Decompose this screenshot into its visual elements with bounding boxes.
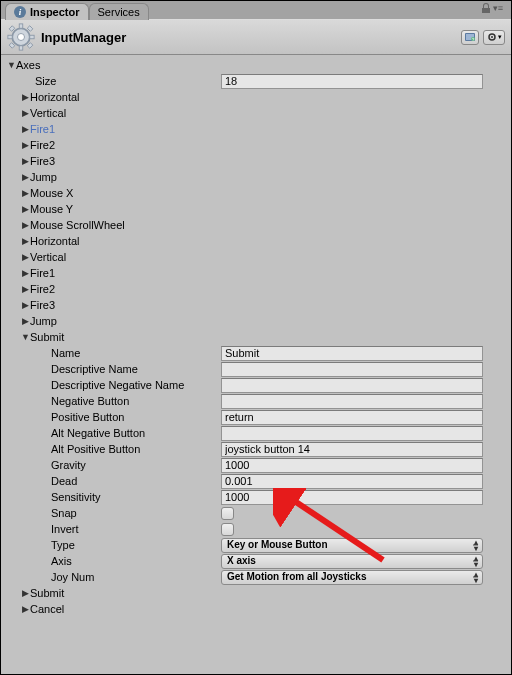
foldout-closed-icon: ▶: [21, 121, 30, 137]
name-input[interactable]: [221, 346, 483, 361]
axis-label: Fire3: [30, 297, 55, 313]
foldout-closed-icon: ▶: [21, 89, 30, 105]
type-label: Type: [51, 537, 75, 553]
axis-foldout[interactable]: ▶ Vertical: [5, 249, 507, 265]
foldout-closed-icon: ▶: [21, 217, 30, 233]
size-input[interactable]: [221, 74, 483, 89]
axis-label: Fire2: [30, 137, 55, 153]
tab-inspector[interactable]: i Inspector: [5, 3, 89, 20]
axis-label: Jump: [30, 169, 57, 185]
svg-rect-2: [19, 24, 23, 28]
foldout-closed-icon: ▶: [21, 297, 30, 313]
sensitivity-input[interactable]: [221, 490, 483, 505]
gravity-label: Gravity: [51, 457, 86, 473]
joynum-dropdown[interactable]: Get Motion from all Joysticks▴▾: [221, 570, 483, 585]
gravity-input[interactable]: [221, 458, 483, 473]
axis-foldout[interactable]: ▶ Cancel: [5, 601, 507, 617]
alt-negative-button-label: Alt Negative Button: [51, 425, 145, 441]
axis-foldout[interactable]: ▶ Mouse ScrollWheel: [5, 217, 507, 233]
foldout-closed-icon: ▶: [21, 601, 30, 617]
svg-rect-9: [27, 43, 33, 49]
gravity-row: Gravity: [5, 457, 507, 473]
lock-toggle[interactable]: ▾≡: [481, 3, 503, 13]
negative-button-label: Negative Button: [51, 393, 129, 409]
settings-button[interactable]: ▾: [483, 30, 505, 45]
svg-rect-4: [8, 35, 12, 39]
foldout-closed-icon: ▶: [21, 105, 30, 121]
foldout-closed-icon: ▶: [21, 201, 30, 217]
foldout-closed-icon: ▶: [21, 233, 30, 249]
name-row: Name: [5, 345, 507, 361]
axis-foldout[interactable]: ▶ Fire3: [5, 297, 507, 313]
axis-dropdown[interactable]: X axis▴▾: [221, 554, 483, 569]
positive-button-input[interactable]: [221, 410, 483, 425]
axes-foldout[interactable]: ▼ Axes: [5, 57, 507, 73]
axis-label: Vertical: [30, 249, 66, 265]
svg-point-1: [18, 34, 25, 41]
alt-negative-button-input[interactable]: [221, 426, 483, 441]
component-title: InputManager: [41, 30, 126, 45]
foldout-closed-icon: ▶: [21, 153, 30, 169]
axis-label: Fire3: [30, 153, 55, 169]
invert-checkbox[interactable]: [221, 523, 234, 536]
axis-foldout[interactable]: ▶ Horizontal: [5, 89, 507, 105]
axis-foldout[interactable]: ▶ Jump: [5, 313, 507, 329]
axis-label: Mouse X: [30, 185, 73, 201]
svg-rect-3: [19, 46, 23, 50]
sensitivity-label: Sensitivity: [51, 489, 101, 505]
snap-checkbox[interactable]: [221, 507, 234, 520]
axis-foldout[interactable]: ▶ Fire1: [5, 265, 507, 281]
axis-foldout[interactable]: ▶ Jump: [5, 169, 507, 185]
svg-rect-8: [9, 43, 15, 49]
axis-label: Cancel: [30, 601, 64, 617]
gear-icon: [7, 23, 35, 51]
axis-row: Axis X axis▴▾: [5, 553, 507, 569]
axis-foldout[interactable]: ▶ Submit: [5, 585, 507, 601]
snap-label: Snap: [51, 505, 77, 521]
positive-button-row: Positive Button: [5, 409, 507, 425]
alt-positive-button-input[interactable]: [221, 442, 483, 457]
negative-button-row: Negative Button: [5, 393, 507, 409]
foldout-open-icon: ▼: [21, 329, 30, 345]
axis-foldout[interactable]: ▶ Fire3: [5, 153, 507, 169]
axis-label: Mouse ScrollWheel: [30, 217, 125, 233]
name-label: Name: [51, 345, 80, 361]
foldout-closed-icon: ▶: [21, 249, 30, 265]
axis-foldout[interactable]: ▶ Mouse X: [5, 185, 507, 201]
foldout-closed-icon: ▶: [21, 185, 30, 201]
axis-foldout[interactable]: ▶ Mouse Y: [5, 201, 507, 217]
tab-menu-icon[interactable]: ▾≡: [493, 3, 503, 13]
descriptive-name-input[interactable]: [221, 362, 483, 377]
axis-label: Fire1: [30, 121, 55, 137]
descriptive-negative-label: Descriptive Negative Name: [51, 377, 184, 393]
foldout-closed-icon: ▶: [21, 265, 30, 281]
positive-button-label: Positive Button: [51, 409, 124, 425]
foldout-closed-icon: ▶: [21, 585, 30, 601]
axis-foldout[interactable]: ▼ Submit: [5, 329, 507, 345]
axis-foldout[interactable]: ▶ Fire1: [5, 121, 507, 137]
help-button[interactable]: ?: [461, 30, 479, 45]
negative-button-input[interactable]: [221, 394, 483, 409]
tab-services[interactable]: Services: [89, 3, 149, 20]
joynum-label: Joy Num: [51, 569, 94, 585]
axis-foldout[interactable]: ▶ Fire2: [5, 281, 507, 297]
dead-input[interactable]: [221, 474, 483, 489]
sensitivity-row: Sensitivity: [5, 489, 507, 505]
axis-foldout[interactable]: ▶ Vertical: [5, 105, 507, 121]
foldout-closed-icon: ▶: [21, 313, 30, 329]
axis-label: Fire2: [30, 281, 55, 297]
axis-foldout[interactable]: ▶ Horizontal: [5, 233, 507, 249]
descriptive-negative-input[interactable]: [221, 378, 483, 393]
svg-rect-5: [30, 35, 34, 39]
component-header: InputManager ? ▾: [1, 19, 511, 55]
joynum-row: Joy Num Get Motion from all Joysticks▴▾: [5, 569, 507, 585]
book-icon: ?: [464, 31, 476, 43]
type-dropdown[interactable]: Key or Mouse Button▴▾: [221, 538, 483, 553]
alt-positive-button-row: Alt Positive Button: [5, 441, 507, 457]
axis-foldout[interactable]: ▶ Fire2: [5, 137, 507, 153]
dead-label: Dead: [51, 473, 77, 489]
axis-label: Submit: [30, 329, 64, 345]
axis-label: Axis: [51, 553, 72, 569]
gear-small-icon: [487, 32, 497, 42]
alt-negative-button-row: Alt Negative Button: [5, 425, 507, 441]
